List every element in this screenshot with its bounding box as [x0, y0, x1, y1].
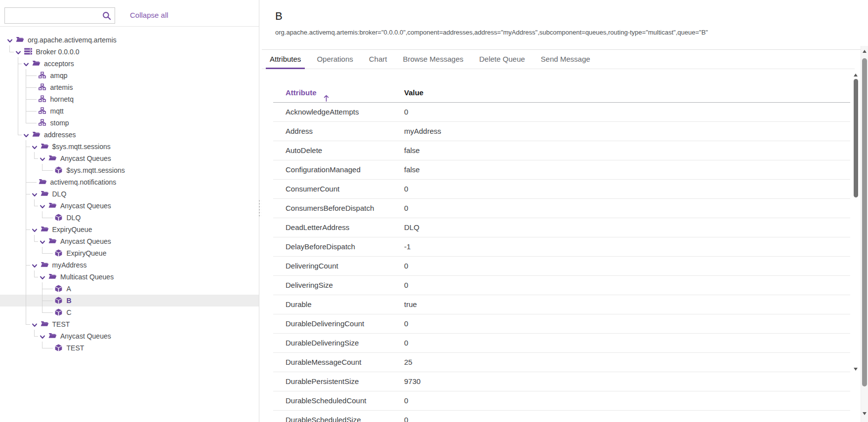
attribute-name-cell: DurableScheduledCount	[286, 391, 366, 410]
tree-node-anycast-queues[interactable]: Anycast Queues	[0, 153, 259, 164]
chevron-down-icon[interactable]	[23, 132, 29, 138]
tree-node-c[interactable]: C	[0, 307, 259, 318]
table-row[interactable]: DelayBeforeDispatch-1	[273, 237, 850, 257]
folder-icon	[48, 154, 57, 162]
tab-browse-messages[interactable]: Browse Messages	[395, 50, 471, 69]
scroll-down-arrow-icon[interactable]	[854, 368, 858, 371]
tree-connector-line	[42, 218, 53, 218]
tree-node-dlq[interactable]: DLQ	[0, 212, 259, 224]
sort-ascending-icon[interactable]	[324, 89, 329, 96]
chevron-down-icon[interactable]	[40, 155, 45, 161]
tab-delete-queue[interactable]: Delete Queue	[471, 50, 533, 69]
chevron-down-icon[interactable]	[40, 238, 45, 244]
folder-icon	[16, 36, 24, 44]
attribute-name-cell: Durable	[286, 295, 312, 314]
tree-node-org-apache-activemq-artemis[interactable]: org.apache.activemq.artemis	[0, 34, 259, 46]
folder-icon	[48, 237, 57, 245]
page-scrollbar-thumb[interactable]	[862, 58, 867, 386]
tree-node-sys-mqtt-sessions[interactable]: $sys.mqtt.sessions	[0, 164, 259, 176]
tab-chart[interactable]: Chart	[361, 50, 395, 69]
tree-node-test[interactable]: TEST	[0, 342, 259, 354]
table-row[interactable]: ConsumersBeforeDispatch0	[273, 199, 850, 218]
tree-node-b[interactable]: B	[0, 295, 259, 307]
tree-node-acceptors[interactable]: acceptors	[0, 58, 259, 70]
table-row[interactable]: Durabletrue	[273, 295, 850, 314]
table-row[interactable]: DurableMessageCount25	[273, 353, 850, 372]
chevron-down-icon[interactable]	[23, 61, 29, 67]
tree-node-dlq[interactable]: DLQ	[0, 188, 259, 200]
tab-attributes[interactable]: Attributes	[262, 50, 309, 69]
tree-node-sys-mqtt-sessions[interactable]: $sys.mqtt.sessions	[0, 141, 259, 153]
tree-connector-line	[18, 57, 18, 135]
search-input[interactable]	[8, 9, 100, 23]
table-row[interactable]: AcknowledgeAttempts0	[273, 103, 850, 122]
chevron-down-icon[interactable]	[32, 227, 38, 232]
tree-node-myaddress[interactable]: myAddress	[0, 259, 259, 271]
table-row[interactable]: DeliveringCount0	[273, 257, 850, 276]
tree-node-label: Anycast Queues	[60, 200, 111, 212]
attribute-name-cell: DurableMessageCount	[286, 353, 361, 372]
table-scrollbar-thumb[interactable]	[854, 79, 858, 197]
table-row[interactable]: DurableDeliveringCount0	[273, 314, 850, 334]
tree-node-broker-0-0-0-0[interactable]: Broker 0.0.0.0	[0, 46, 259, 58]
folder-icon	[32, 60, 41, 68]
table-row[interactable]: DeadLetterAddressDLQ	[273, 218, 850, 237]
folder-icon	[48, 332, 57, 340]
table-row[interactable]: DurableScheduledSize0	[273, 411, 850, 422]
table-row[interactable]: AutoDeletefalse	[273, 141, 850, 160]
scroll-down-arrow-icon[interactable]	[863, 412, 867, 415]
tree-node-stomp[interactable]: stomp	[0, 117, 259, 129]
tab-operations[interactable]: Operations	[309, 50, 361, 69]
chevron-down-icon[interactable]	[32, 262, 38, 268]
tab-send-message[interactable]: Send Message	[533, 50, 598, 69]
cube-icon	[55, 308, 63, 316]
tree-node-artemis[interactable]: artemis	[0, 81, 259, 93]
table-row[interactable]: ConsumerCount0	[273, 180, 850, 199]
chevron-down-icon[interactable]	[7, 37, 13, 43]
table-scrollbar[interactable]	[853, 72, 859, 374]
attribute-value-cell: 0	[404, 180, 408, 198]
tree-node-expiryqueue[interactable]: ExpiryQueue	[0, 247, 259, 259]
chevron-down-icon[interactable]	[32, 144, 38, 150]
tree-node-multicast-queues[interactable]: Multicast Queues	[0, 271, 259, 283]
page-scrollbar[interactable]	[861, 46, 868, 422]
tree-node-mqtt[interactable]: mqtt	[0, 105, 259, 117]
tree-node-test[interactable]: TEST	[0, 318, 259, 330]
tree-node-amqp[interactable]: amqp	[0, 70, 259, 81]
column-header-attribute[interactable]: Attribute	[286, 83, 329, 102]
column-header-value[interactable]: Value	[404, 83, 423, 102]
scroll-up-arrow-icon[interactable]	[863, 50, 867, 53]
table-row[interactable]: DurableScheduledCount0	[273, 391, 850, 411]
table-row[interactable]: DurableDeliveringSize0	[273, 334, 850, 353]
tree-node-expiryqueue[interactable]: ExpiryQueue	[0, 224, 259, 235]
tree-node-a[interactable]: A	[0, 283, 259, 295]
tree-node-hornetq[interactable]: hornetq	[0, 93, 259, 105]
chevron-down-icon[interactable]	[40, 333, 45, 339]
folder-icon	[41, 261, 49, 269]
folder-icon	[41, 226, 49, 233]
tree-node-anycast-queues[interactable]: Anycast Queues	[0, 200, 259, 212]
broker-icon	[24, 48, 33, 56]
tree-node-anycast-queues[interactable]: Anycast Queues	[0, 330, 259, 342]
tree-node-activemq-notifications[interactable]: activemq.notifications	[0, 176, 259, 188]
table-row[interactable]: DeliveringSize0	[273, 276, 850, 295]
chevron-down-icon[interactable]	[40, 274, 45, 280]
tree-node-addresses[interactable]: addresses	[0, 129, 259, 141]
tree-connector-line	[26, 111, 37, 112]
jmx-tree: org.apache.activemq.artemisBroker 0.0.0.…	[0, 27, 259, 422]
search-icon[interactable]	[102, 11, 111, 20]
table-row[interactable]: DurablePersistentSize9730	[273, 372, 850, 391]
chevron-down-icon[interactable]	[15, 49, 21, 55]
chevron-down-icon[interactable]	[40, 203, 45, 209]
cube-icon	[55, 214, 63, 222]
tree-node-anycast-queues[interactable]: Anycast Queues	[0, 235, 259, 247]
table-row[interactable]: ConfigurationManagedfalse	[273, 160, 850, 180]
tree-node-label: acceptors	[44, 58, 74, 70]
tree-connector-line	[34, 277, 39, 277]
attribute-name-cell: AcknowledgeAttempts	[286, 103, 359, 121]
chevron-down-icon[interactable]	[32, 191, 38, 197]
chevron-down-icon[interactable]	[32, 321, 38, 327]
table-row[interactable]: AddressmyAddress	[273, 122, 850, 141]
collapse-all-button[interactable]: Collapse all	[130, 11, 168, 19]
scroll-up-arrow-icon[interactable]	[854, 74, 858, 77]
